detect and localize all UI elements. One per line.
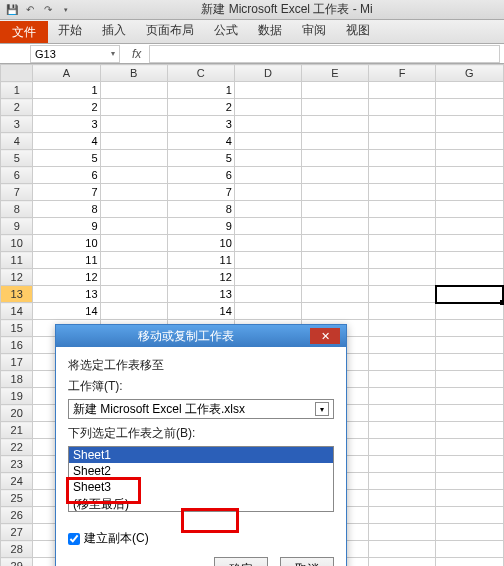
cell[interactable] xyxy=(100,235,167,252)
cell[interactable]: 11 xyxy=(167,252,234,269)
cell[interactable] xyxy=(301,235,368,252)
cell[interactable] xyxy=(436,337,503,354)
col-header-c[interactable]: C xyxy=(167,65,234,82)
cell[interactable] xyxy=(369,422,436,439)
row-header[interactable]: 22 xyxy=(1,439,33,456)
workbook-select[interactable]: 新建 Microsoft Excel 工作表.xlsx ▾ xyxy=(68,399,334,419)
cell[interactable] xyxy=(369,524,436,541)
row-header[interactable]: 18 xyxy=(1,371,33,388)
row-header[interactable]: 20 xyxy=(1,405,33,422)
row-header[interactable]: 16 xyxy=(1,337,33,354)
row-header[interactable]: 25 xyxy=(1,490,33,507)
row-header[interactable]: 8 xyxy=(1,201,33,218)
cell[interactable] xyxy=(436,371,503,388)
cell[interactable] xyxy=(100,167,167,184)
cell[interactable] xyxy=(234,218,301,235)
cell[interactable] xyxy=(436,354,503,371)
cell[interactable] xyxy=(369,541,436,558)
row-header[interactable]: 4 xyxy=(1,133,33,150)
cell[interactable] xyxy=(436,558,503,567)
cell[interactable] xyxy=(369,150,436,167)
cell[interactable] xyxy=(234,116,301,133)
row-header[interactable]: 23 xyxy=(1,456,33,473)
row-header[interactable]: 17 xyxy=(1,354,33,371)
formula-bar[interactable] xyxy=(149,45,500,63)
tab-home[interactable]: 开始 xyxy=(48,18,92,43)
ok-button[interactable]: 确定 xyxy=(214,557,268,566)
cell[interactable] xyxy=(100,269,167,286)
cell[interactable]: 2 xyxy=(167,99,234,116)
cell[interactable] xyxy=(100,99,167,116)
cell[interactable] xyxy=(301,269,368,286)
cell[interactable] xyxy=(369,286,436,303)
cell[interactable]: 6 xyxy=(33,167,100,184)
col-header-d[interactable]: D xyxy=(234,65,301,82)
cell[interactable] xyxy=(436,541,503,558)
row-header[interactable]: 15 xyxy=(1,320,33,337)
cell[interactable] xyxy=(369,405,436,422)
cell[interactable] xyxy=(436,524,503,541)
cell[interactable]: 10 xyxy=(33,235,100,252)
row-header[interactable]: 29 xyxy=(1,558,33,567)
cell[interactable] xyxy=(369,473,436,490)
tab-review[interactable]: 审阅 xyxy=(292,18,336,43)
qat-dropdown-icon[interactable]: ▾ xyxy=(58,2,74,18)
cell[interactable] xyxy=(301,99,368,116)
cell[interactable] xyxy=(436,303,503,320)
select-all-corner[interactable] xyxy=(1,65,33,82)
cell[interactable] xyxy=(369,184,436,201)
cell[interactable]: 12 xyxy=(167,269,234,286)
row-header[interactable]: 12 xyxy=(1,269,33,286)
cell[interactable] xyxy=(100,201,167,218)
cell[interactable] xyxy=(369,354,436,371)
tab-pagelayout[interactable]: 页面布局 xyxy=(136,18,204,43)
cell[interactable] xyxy=(301,82,368,99)
cell[interactable] xyxy=(436,320,503,337)
cell[interactable]: 3 xyxy=(33,116,100,133)
cell[interactable] xyxy=(234,286,301,303)
tab-insert[interactable]: 插入 xyxy=(92,18,136,43)
cell[interactable]: 4 xyxy=(33,133,100,150)
cell[interactable] xyxy=(369,252,436,269)
row-header[interactable]: 1 xyxy=(1,82,33,99)
cell[interactable]: 5 xyxy=(33,150,100,167)
cell[interactable]: 6 xyxy=(167,167,234,184)
tab-data[interactable]: 数据 xyxy=(248,18,292,43)
cell[interactable] xyxy=(369,507,436,524)
cell[interactable] xyxy=(369,133,436,150)
cell[interactable]: 8 xyxy=(33,201,100,218)
row-header[interactable]: 9 xyxy=(1,218,33,235)
cell[interactable] xyxy=(301,167,368,184)
cell[interactable]: 9 xyxy=(33,218,100,235)
cell[interactable]: 14 xyxy=(33,303,100,320)
cell[interactable] xyxy=(301,218,368,235)
row-header[interactable]: 28 xyxy=(1,541,33,558)
cell[interactable] xyxy=(100,286,167,303)
cell[interactable] xyxy=(369,99,436,116)
tab-view[interactable]: 视图 xyxy=(336,18,380,43)
row-header[interactable]: 27 xyxy=(1,524,33,541)
col-header-g[interactable]: G xyxy=(436,65,503,82)
file-tab[interactable]: 文件 xyxy=(0,21,48,43)
row-header[interactable]: 21 xyxy=(1,422,33,439)
row-header[interactable]: 19 xyxy=(1,388,33,405)
tab-formulas[interactable]: 公式 xyxy=(204,18,248,43)
row-header[interactable]: 14 xyxy=(1,303,33,320)
cell[interactable] xyxy=(301,116,368,133)
cell[interactable] xyxy=(234,303,301,320)
cell[interactable] xyxy=(301,201,368,218)
cell[interactable] xyxy=(100,184,167,201)
create-copy-checkbox[interactable] xyxy=(68,533,80,545)
row-header[interactable]: 26 xyxy=(1,507,33,524)
cell[interactable] xyxy=(369,235,436,252)
cell[interactable] xyxy=(100,252,167,269)
cell[interactable] xyxy=(369,167,436,184)
list-item[interactable]: Sheet2 xyxy=(69,463,333,479)
cell[interactable] xyxy=(369,456,436,473)
cell[interactable]: 1 xyxy=(167,82,234,99)
close-icon[interactable]: ✕ xyxy=(310,328,340,344)
cell[interactable]: 13 xyxy=(167,286,234,303)
row-header[interactable]: 3 xyxy=(1,116,33,133)
cell[interactable] xyxy=(234,150,301,167)
chevron-down-icon[interactable]: ▾ xyxy=(315,402,329,416)
